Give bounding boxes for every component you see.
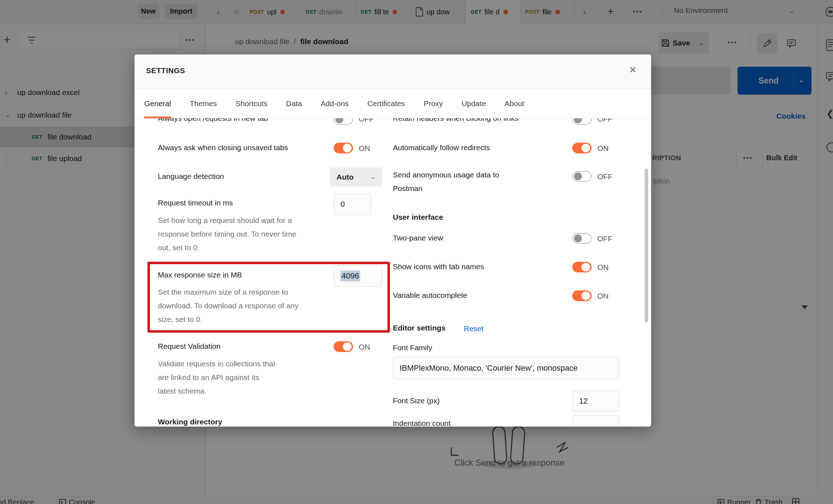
setting-variable-autocomplete-label: Variable autocomplete [393, 291, 467, 300]
open-new-tab-toggle[interactable] [334, 118, 353, 125]
tab-proxy[interactable]: Proxy [424, 89, 443, 118]
settings-header: SETTINGS ✕ [135, 54, 651, 89]
font-size-label: Font Size (px) [393, 396, 440, 405]
retain-headers-toggle[interactable] [572, 118, 592, 125]
input-value: 12 [579, 396, 588, 406]
reset-link[interactable]: Reset [464, 324, 484, 333]
font-family-label: Font Family [393, 343, 432, 352]
two-pane-toggle[interactable] [572, 233, 592, 244]
tab-update[interactable]: Update [462, 89, 486, 118]
ask-closing-toggle[interactable] [334, 143, 353, 153]
selected-input-value: 4096 [340, 271, 360, 281]
setting-max-response-size-label: Max response size in MB [158, 271, 242, 279]
toggle-state: ON [597, 292, 609, 300]
settings-title: SETTINGS [146, 66, 185, 75]
tab-addons[interactable]: Add-ons [321, 89, 349, 118]
settings-content: Always open requests in new tab OFF Reta… [135, 118, 651, 427]
request-validation-toggle[interactable] [334, 341, 353, 352]
tab-themes[interactable]: Themes [190, 89, 217, 118]
toggle-state: OFF [359, 118, 374, 123]
setting-request-validation-label: Request Validation [158, 342, 221, 351]
setting-request-timeout-label: Request timeout in ms [158, 199, 233, 207]
setting-two-pane-label: Two-pane view [393, 234, 443, 242]
request-timeout-description: Set how long a request should wait for a… [158, 214, 305, 255]
input-value: IBMPlexMono, Monaco, 'Courier New', mono… [400, 363, 578, 373]
close-icon[interactable]: ✕ [629, 65, 637, 76]
chevron-down-icon: ⌄ [371, 173, 376, 181]
modal-scrollbar-thumb[interactable] [645, 168, 648, 323]
tab-shortcuts[interactable]: Shortcuts [236, 89, 268, 118]
max-response-size-description: Set the maximum size of a response to do… [158, 285, 301, 326]
input-value: 0 [340, 200, 345, 209]
font-family-input[interactable]: IBMPlexMono, Monaco, 'Courier New', mono… [393, 357, 620, 379]
working-directory-heading: Working directory [158, 418, 222, 426]
select-value: Auto [337, 173, 354, 181]
tab-data[interactable]: Data [286, 89, 302, 118]
toggle-state: ON [597, 144, 609, 153]
setting-open-new-tab-label: Always open requests in new tab [158, 118, 268, 123]
setting-language-detection-label: Language detection [158, 172, 224, 181]
tab-general[interactable]: General [144, 89, 171, 118]
max-response-size-input[interactable]: 4096 [334, 265, 382, 287]
font-size-input[interactable]: 12 [572, 391, 620, 412]
toggle-state: ON [359, 343, 370, 351]
request-validation-description: Validate requests in collections that ar… [158, 357, 276, 398]
setting-tab-icons-label: Show icons with tab names [393, 262, 484, 271]
settings-tab-bar: General Themes Shortcuts Data Add-ons Ce… [135, 89, 651, 118]
tab-about[interactable]: About [504, 89, 524, 118]
setting-retain-headers-label: Retain headers when clicking on links [393, 118, 518, 123]
setting-ask-closing-label: Always ask when closing unsaved tabs [158, 143, 288, 152]
toggle-state: OFF [597, 118, 612, 123]
toggle-state: OFF [597, 234, 612, 243]
user-interface-heading: User interface [393, 213, 443, 222]
tab-icons-toggle[interactable] [572, 262, 592, 272]
variable-autocomplete-toggle[interactable] [572, 290, 592, 301]
follow-redirects-toggle[interactable] [572, 143, 592, 153]
tab-certificates[interactable]: Certificates [367, 89, 405, 118]
settings-modal: SETTINGS ✕ General Themes Shortcuts Data… [135, 54, 651, 427]
indentation-count-label: Indentation count [393, 419, 451, 427]
setting-usage-data-label: Send anonymous usage data to Postman [393, 168, 511, 195]
usage-data-toggle[interactable] [572, 171, 592, 182]
toggle-state: ON [359, 144, 370, 153]
indentation-count-input[interactable] [572, 415, 620, 427]
request-timeout-input[interactable]: 0 [334, 194, 371, 215]
setting-follow-redirects-label: Automatically follow redirects [393, 143, 490, 152]
language-detection-select[interactable]: Auto ⌄ [330, 167, 382, 186]
editor-settings-heading: Editor settings [393, 324, 446, 332]
toggle-state: OFF [597, 172, 612, 181]
toggle-state: ON [597, 263, 609, 272]
